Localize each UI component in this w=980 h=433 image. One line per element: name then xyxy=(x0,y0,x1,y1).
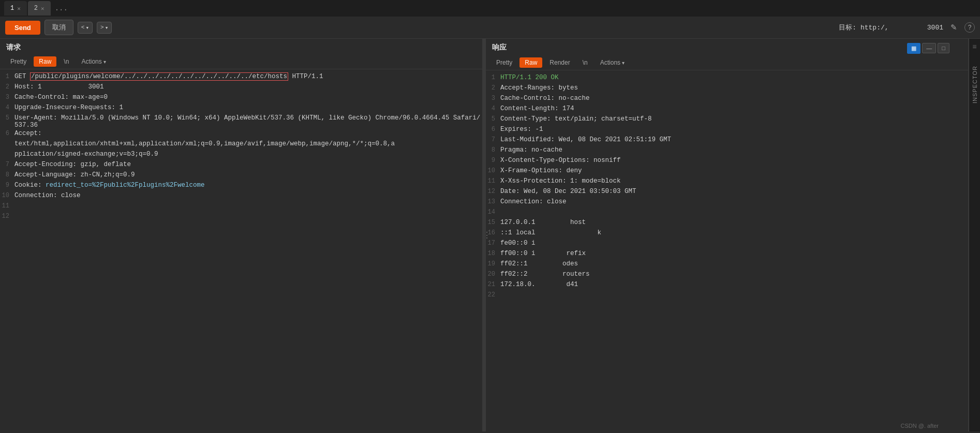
resp-line-content-8: Pragma: no-cache xyxy=(500,146,562,154)
response-line-21: 21 172.18.0. d41 xyxy=(486,280,968,291)
request-tab-newline[interactable]: \n xyxy=(58,56,74,67)
response-line-18: 18 ff00::0 i refix xyxy=(486,249,968,260)
response-line-3: 3 Cache-Control: no-cache xyxy=(486,94,968,104)
request-tab-actions[interactable]: Actions ▾ xyxy=(76,56,111,67)
resp-line-content-17: fe00::0 i xyxy=(500,240,567,247)
response-line-22: 22 xyxy=(486,291,968,301)
request-tab-raw[interactable]: Raw xyxy=(34,56,56,67)
resp-line-num-6: 6 xyxy=(486,126,500,133)
watermark: CSDN @. after xyxy=(900,423,939,429)
resp-line-num-10: 10 xyxy=(486,167,500,174)
cancel-button[interactable]: 取消 xyxy=(44,20,73,35)
resp-line-content-16: ::1 local k xyxy=(500,229,601,236)
resp-line-num-13: 13 xyxy=(486,198,500,205)
resp-line-content-7: Last-Modified: Wed, 08 Dec 2021 02:51:19… xyxy=(500,136,671,143)
request-line-11: 11 xyxy=(0,202,482,212)
response-tab-actions[interactable]: Actions ▾ xyxy=(595,57,630,68)
line-content-1: GET /public/plugins/welcome/../../../../… xyxy=(14,73,323,80)
line-num-8: 8 xyxy=(0,171,14,178)
line-num-11: 11 xyxy=(0,202,14,210)
line-content-9: Cookie: redirect_to=%2Fpublic%2Fplugins%… xyxy=(14,182,205,189)
main-content: 请求 Pretty Raw \n Actions ▾ 1 GET /public… xyxy=(0,39,980,431)
resp-line-num-14: 14 xyxy=(486,208,500,216)
resp-line-content-12: Date: Wed, 08 Dec 2021 03:50:03 GMT xyxy=(500,188,636,195)
toggle-split-view[interactable]: ▦ xyxy=(907,43,920,54)
resp-line-num-21: 21 xyxy=(486,281,500,288)
line-content-6: Accept: xyxy=(14,130,42,137)
edit-button[interactable]: ✎ xyxy=(948,22,959,33)
line-num-12: 12 xyxy=(0,213,14,220)
line-content-10: Connection: close xyxy=(14,192,81,199)
target-port: 3001 xyxy=(927,24,943,32)
line-content-5: User-Agent: Mozilla/5.0 (Windows NT 10.0… xyxy=(14,114,482,129)
resp-line-content-13: Connection: close xyxy=(500,198,567,205)
target-url: 目标: http:/, 3001 xyxy=(839,23,943,32)
response-line-5: 5 Content-Type: text/plain; charset=utf-… xyxy=(486,115,968,125)
tab-ellipsis[interactable]: ... xyxy=(52,4,71,12)
response-line-20: 20 ff02::2 routers xyxy=(486,270,968,280)
line-num-7: 7 xyxy=(0,161,14,168)
response-title: 响应 xyxy=(489,40,510,54)
line-num-2: 2 xyxy=(0,83,14,91)
blurred-4 xyxy=(536,250,567,257)
request-line-6b: text/html,application/xhtml+xml,applicat… xyxy=(0,140,482,150)
response-line-19: 19 ff02::1 odes xyxy=(486,260,968,270)
chevron-down-left-icon: ▾ xyxy=(85,24,89,31)
tab-2[interactable]: 2 ✕ xyxy=(28,1,51,16)
response-line-2: 2 Accept-Ranges: bytes xyxy=(486,84,968,94)
toolbar: Send 取消 < ▾ > ▾ 目标: http:/, 3001 ✎ ? xyxy=(0,17,980,39)
toggle-full-view[interactable]: □ xyxy=(938,43,949,53)
response-tab-raw[interactable]: Raw xyxy=(519,57,542,68)
resp-line-content-15: 127.0.0.1 host xyxy=(500,219,586,226)
request-title: 请求 xyxy=(0,39,482,54)
nav-right-label: > xyxy=(100,24,104,31)
view-toggles: ▦ — □ xyxy=(907,43,949,54)
request-line-9: 9 Cookie: redirect_to=%2Fpublic%2Fplugin… xyxy=(0,181,482,191)
tab-1[interactable]: 1 ✕ xyxy=(4,1,27,16)
resp-line-content-9: X-Content-Type-Options: nosniff xyxy=(500,157,621,164)
nav-right-group[interactable]: > ▾ xyxy=(97,22,112,34)
response-code-area[interactable]: 1 HTTP/1.1 200 OK 2 Accept-Ranges: bytes… xyxy=(486,70,968,431)
response-header-row: 响应 ▦ — □ xyxy=(486,39,968,55)
resp-line-content-4: Content-Length: 174 xyxy=(500,105,574,112)
inspector-menu-icon[interactable]: ≡ xyxy=(972,43,976,51)
resp-line-num-17: 17 xyxy=(486,240,500,247)
tab-1-close[interactable]: ✕ xyxy=(17,5,21,12)
send-button[interactable]: Send xyxy=(5,21,40,35)
resp-line-num-1: 1 xyxy=(486,74,500,81)
request-line-6c: pplication/signed-exchange;v=b3;q=0.9 xyxy=(0,150,482,160)
resp-line-content-19: ff02::1 odes xyxy=(500,260,578,267)
line-content-7: Accept-Encoding: gzip, deflate xyxy=(14,161,131,168)
resp-line-num-19: 19 xyxy=(486,260,500,267)
resp-line-num-4: 4 xyxy=(486,105,500,112)
tab-2-close[interactable]: ✕ xyxy=(41,5,44,12)
request-line-10: 10 Connection: close xyxy=(0,191,482,202)
resp-line-content-5: Content-Type: text/plain; charset=utf-8 xyxy=(500,115,652,123)
resp-line-num-12: 12 xyxy=(486,188,500,195)
resp-line-num-9: 9 xyxy=(486,157,500,164)
line-content-3: Cache-Control: max-age=0 xyxy=(14,94,108,101)
response-tab-pretty[interactable]: Pretty xyxy=(491,57,517,68)
response-line-8: 8 Pragma: no-cache xyxy=(486,146,968,156)
request-line-3: 3 Cache-Control: max-age=0 xyxy=(0,93,482,103)
resp-line-content-1: HTTP/1.1 200 OK xyxy=(500,74,559,81)
resp-line-content-3: Cache-Control: no-cache xyxy=(500,95,590,102)
chevron-down-right-icon: ▾ xyxy=(105,24,109,31)
request-code-area[interactable]: 1 GET /public/plugins/welcome/../../../.… xyxy=(0,69,482,431)
toggle-single-view[interactable]: — xyxy=(922,43,936,53)
response-tab-newline[interactable]: \n xyxy=(577,57,593,68)
request-line-5: 5 User-Agent: Mozilla/5.0 (Windows NT 10… xyxy=(0,114,482,129)
request-tab-pretty[interactable]: Pretty xyxy=(5,56,32,67)
nav-left-group[interactable]: < ▾ xyxy=(78,22,93,34)
panel-divider[interactable] xyxy=(483,39,486,431)
line-num-4: 4 xyxy=(0,104,14,111)
response-tab-render[interactable]: Render xyxy=(544,57,575,68)
line-content-6c: pplication/signed-exchange;v=b3;q=0.9 xyxy=(14,151,158,158)
help-button[interactable]: ? xyxy=(964,22,975,33)
inspector-bar: ≡ INSPECTOR xyxy=(969,39,980,431)
line-content-2: Host: 1 3001 xyxy=(14,83,104,91)
request-line-12: 12 xyxy=(0,212,482,222)
resp-line-num-3: 3 xyxy=(486,95,500,102)
resp-line-num-7: 7 xyxy=(486,136,500,143)
resp-line-num-22: 22 xyxy=(486,291,500,298)
